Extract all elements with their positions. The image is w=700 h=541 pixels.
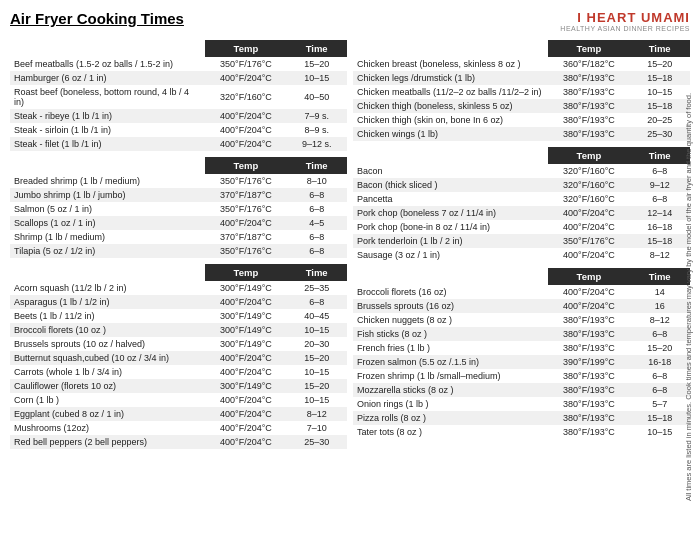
temp-cell: 380°F/193°C (548, 113, 629, 127)
vegetables-title: Vegetables (10, 264, 205, 281)
fish-table: Fish & Seafood Temp Time Breaded shrimp … (10, 157, 347, 258)
item-cell: Roast beef (boneless, bottom round, 4 lb… (10, 85, 205, 109)
time-cell: 20–30 (286, 337, 347, 351)
table-row: Pancetta320°F/160°C6–8 (353, 192, 690, 206)
time-cell: 9–12 s. (286, 137, 347, 151)
temp-cell: 380°F/193°C (548, 127, 629, 141)
table-row: Steak - filet (1 lb /1 in)400°F/204°C9–1… (10, 137, 347, 151)
item-cell: Steak - filet (1 lb /1 in) (10, 137, 205, 151)
temp-cell: 380°F/193°C (548, 397, 629, 411)
item-cell: Chicken thigh (skin on, bone In 6 oz) (353, 113, 548, 127)
temp-cell: 400°F/204°C (205, 109, 286, 123)
table-row: Sausage (3 oz / 1 in)400°F/204°C8–12 (353, 248, 690, 262)
beef-header: Beef Temp Time (10, 40, 347, 57)
temp-cell: 380°F/193°C (548, 85, 629, 99)
table-row: Jumbo shrimp (1 lb / jumbo)370°F/187°C6–… (10, 188, 347, 202)
item-cell: Acorn squash (11/2 lb / 2 in) (10, 281, 205, 295)
vegetables-temp-header: Temp (205, 264, 286, 281)
item-cell: French fries (1 lb ) (353, 341, 548, 355)
item-cell: Pork chop (bone-in 8 oz / 11/4 in) (353, 220, 548, 234)
time-cell: 15–20 (629, 57, 690, 71)
table-row: Chicken breast (boneless, skinless 8 oz … (353, 57, 690, 71)
time-cell: 8–12 (629, 248, 690, 262)
time-cell: 6–8 (629, 192, 690, 206)
table-row: Chicken nuggets (8 oz )380°F/193°C8–12 (353, 313, 690, 327)
header: Air Fryer Cooking Times I HEART UMAMI HE… (10, 10, 690, 32)
item-cell: Bacon (thick sliced ) (353, 178, 548, 192)
time-cell: 10–15 (286, 365, 347, 379)
time-cell: 15–20 (286, 379, 347, 393)
logo-area: I HEART UMAMI HEALTHY ASIAN DINNER RECIP… (560, 10, 690, 32)
item-cell: Broccoli florets (16 oz) (353, 285, 548, 299)
table-row: Carrots (whole 1 lb / 3/4 in)400°F/204°C… (10, 365, 347, 379)
time-cell: 15–18 (629, 99, 690, 113)
item-cell: Chicken legs /drumstick (1 lb) (353, 71, 548, 85)
item-cell: Pork chop (boneless 7 oz / 11/4 in) (353, 206, 548, 220)
time-cell: 15–20 (629, 341, 690, 355)
temp-cell: 300°F/149°C (205, 323, 286, 337)
page-container: Air Fryer Cooking Times I HEART UMAMI HE… (10, 10, 690, 449)
temp-cell: 350°F/176°C (205, 244, 286, 258)
time-cell: 4–5 (286, 216, 347, 230)
time-cell: 16–18 (629, 220, 690, 234)
table-row: Frozen shrimp (1 lb /small–medium)380°F/… (353, 369, 690, 383)
temp-cell: 380°F/193°C (548, 425, 629, 439)
beef-title: Beef (10, 40, 205, 57)
temp-cell: 370°F/187°C (205, 230, 286, 244)
beef-table: Beef Temp Time Beef meatballs (1.5-2 oz … (10, 40, 347, 151)
time-cell: 5–7 (629, 397, 690, 411)
item-cell: Steak - ribeye (1 lb /1 in) (10, 109, 205, 123)
table-row: Scallops (1 oz / 1 in)400°F/204°C4–5 (10, 216, 347, 230)
item-cell: Frozen shrimp (1 lb /small–medium) (353, 369, 548, 383)
temp-cell: 300°F/149°C (205, 337, 286, 351)
item-cell: Carrots (whole 1 lb / 3/4 in) (10, 365, 205, 379)
time-cell: 25–35 (286, 281, 347, 295)
frozen-temp-header: Temp (548, 268, 629, 285)
time-cell: 40–45 (286, 309, 347, 323)
time-cell: 16-18 (629, 355, 690, 369)
temp-cell: 400°F/204°C (205, 435, 286, 449)
table-row: Pork chop (boneless 7 oz / 11/4 in)400°F… (353, 206, 690, 220)
table-row: Mozzarella sticks (8 oz )380°F/193°C6–8 (353, 383, 690, 397)
time-cell: 20–25 (629, 113, 690, 127)
temp-cell: 380°F/193°C (548, 71, 629, 85)
table-row: Roast beef (boneless, bottom round, 4 lb… (10, 85, 347, 109)
fish-time-header: Time (286, 157, 347, 174)
table-row: Chicken meatballs (11/2–2 oz balls /11/2… (353, 85, 690, 99)
item-cell: Jumbo shrimp (1 lb / jumbo) (10, 188, 205, 202)
table-row: Corn (1 lb )400°F/204°C10–15 (10, 393, 347, 407)
table-row: Breaded shrimp (1 lb / medium)350°F/176°… (10, 174, 347, 188)
time-cell: 7–9 s. (286, 109, 347, 123)
time-cell: 10–15 (286, 71, 347, 85)
temp-cell: 400°F/204°C (205, 407, 286, 421)
item-cell: Asparagus (1 lb / 1/2 in) (10, 295, 205, 309)
item-cell: Steak - sirloin (1 lb /1 in) (10, 123, 205, 137)
time-cell: 6–8 (286, 295, 347, 309)
table-row: Eggplant (cubed 8 oz / 1 in)400°F/204°C8… (10, 407, 347, 421)
time-cell: 9–12 (629, 178, 690, 192)
temp-cell: 320°F/160°C (548, 164, 629, 178)
time-cell: 25–30 (286, 435, 347, 449)
table-row: Tilapia (5 oz / 1/2 in)350°F/176°C6–8 (10, 244, 347, 258)
pork-title: Pork & Bacon & Lamb (353, 147, 548, 164)
table-row: Brussels sprouts (10 oz / halved)300°F/1… (10, 337, 347, 351)
time-cell: 14 (629, 285, 690, 299)
table-row: Bacon (thick sliced )320°F/160°C9–12 (353, 178, 690, 192)
vegetables-header: Vegetables Temp Time (10, 264, 347, 281)
item-cell: Brussels sprouts (16 oz) (353, 299, 548, 313)
temp-cell: 350°F/176°C (548, 234, 629, 248)
table-row: Shrimp (1 lb / medium)370°F/187°C6–8 (10, 230, 347, 244)
item-cell: Eggplant (cubed 8 oz / 1 in) (10, 407, 205, 421)
temp-cell: 400°F/204°C (548, 285, 629, 299)
right-column: Chicken Temp Time Chicken breast (bonele… (353, 40, 690, 449)
item-cell: Pancetta (353, 192, 548, 206)
table-row: Salmon (5 oz / 1 in)350°F/176°C6–8 (10, 202, 347, 216)
time-cell: 15–20 (286, 351, 347, 365)
table-row: Onion rings (1 lb )380°F/193°C5–7 (353, 397, 690, 411)
item-cell: Mushrooms (12oz) (10, 421, 205, 435)
temp-cell: 320°F/160°C (548, 178, 629, 192)
item-cell: Pizza rolls (8 oz ) (353, 411, 548, 425)
logo-sub: HEALTHY ASIAN DINNER RECIPES (560, 25, 690, 32)
table-row: Broccoli florets (16 oz)400°F/204°C14 (353, 285, 690, 299)
time-cell: 10–15 (629, 425, 690, 439)
